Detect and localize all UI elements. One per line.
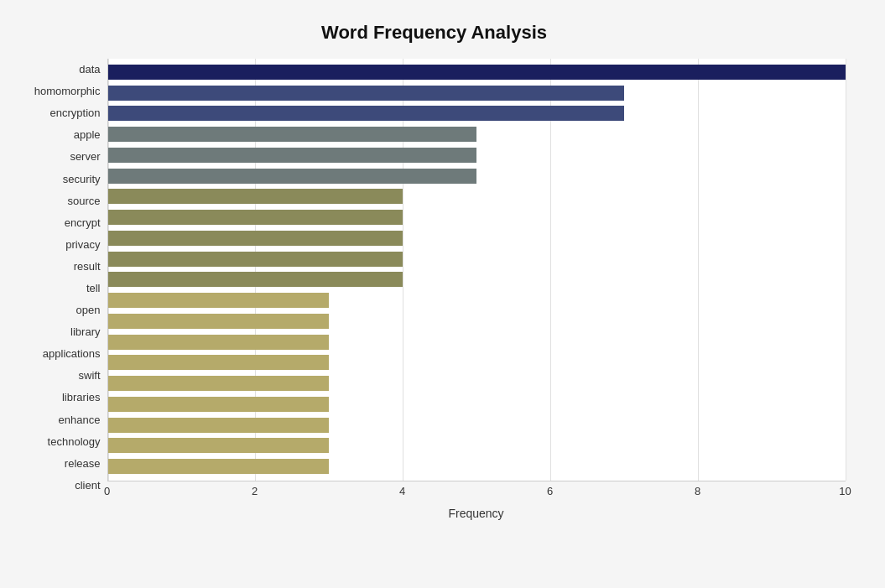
bar	[108, 376, 330, 391]
bar-row	[108, 436, 846, 455]
x-axis-label: Frequency	[107, 507, 846, 520]
bar-row	[108, 395, 846, 414]
bar-row	[108, 63, 846, 81]
bar	[108, 272, 403, 287]
bar	[108, 231, 403, 246]
bar	[108, 148, 477, 163]
bar	[108, 169, 477, 184]
y-label: apple	[74, 126, 101, 144]
bar-row	[108, 146, 846, 164]
y-label: security	[63, 169, 101, 188]
bar	[108, 397, 330, 412]
y-label: data	[79, 60, 100, 79]
bar-row	[108, 312, 846, 330]
y-label: open	[76, 301, 101, 320]
chart-container: Word Frequency Analysis datahomomorphice…	[7, 5, 879, 584]
bar-row	[108, 374, 846, 393]
y-label: privacy	[65, 235, 100, 253]
bar	[108, 418, 330, 433]
x-tick: 0	[104, 485, 110, 497]
y-label: applications	[43, 345, 101, 363]
bar	[108, 189, 403, 204]
bar-row	[108, 229, 846, 247]
y-label: tell	[86, 278, 101, 297]
bar	[108, 335, 330, 350]
bar-row	[108, 104, 846, 122]
bar-row	[108, 125, 846, 143]
chart-area: datahomomorphicencryptionappleserversecu…	[23, 59, 846, 520]
bar	[108, 127, 477, 142]
x-tick: 6	[547, 485, 553, 497]
x-tick: 10	[839, 485, 851, 497]
y-label: swift	[79, 367, 101, 385]
bar	[108, 252, 403, 267]
grid-line	[846, 59, 846, 481]
y-label: enhance	[59, 410, 101, 429]
plot-area: 0246810 Frequency	[107, 59, 846, 520]
x-tick: 8	[695, 485, 700, 497]
bar	[108, 438, 330, 453]
bar-row	[108, 457, 846, 476]
y-label: server	[70, 148, 100, 166]
bar-row	[108, 187, 846, 206]
chart-title: Word Frequency Analysis	[23, 22, 846, 44]
y-label: source	[67, 191, 100, 210]
y-label: release	[65, 454, 101, 472]
bar	[108, 355, 330, 370]
y-axis: datahomomorphicencryptionappleserversecu…	[23, 59, 107, 520]
x-axis: 0246810	[107, 481, 846, 505]
bar-row	[108, 167, 846, 185]
y-label: library	[70, 323, 100, 341]
x-tick: 2	[252, 485, 258, 497]
bars-container	[107, 59, 846, 481]
bar-row	[108, 250, 846, 268]
bar-row	[108, 84, 846, 102]
bar	[108, 293, 330, 308]
bar-row	[108, 270, 846, 289]
bar-row	[108, 333, 846, 351]
bar-row	[108, 353, 846, 372]
bar	[108, 210, 403, 225]
bar	[108, 86, 624, 101]
y-label: result	[74, 257, 101, 275]
bar-row	[108, 416, 846, 434]
y-label: encrypt	[65, 213, 101, 232]
y-label: client	[75, 476, 100, 494]
y-label: encryption	[50, 104, 101, 122]
bar	[108, 459, 330, 474]
bar	[108, 65, 846, 80]
bar	[108, 106, 624, 121]
bar-row	[108, 208, 846, 226]
y-label: homomorphic	[34, 82, 101, 101]
y-label: libraries	[62, 388, 101, 407]
y-label: technology	[48, 432, 101, 450]
bar	[108, 314, 330, 329]
bar-row	[108, 291, 846, 310]
x-tick: 4	[399, 485, 405, 497]
